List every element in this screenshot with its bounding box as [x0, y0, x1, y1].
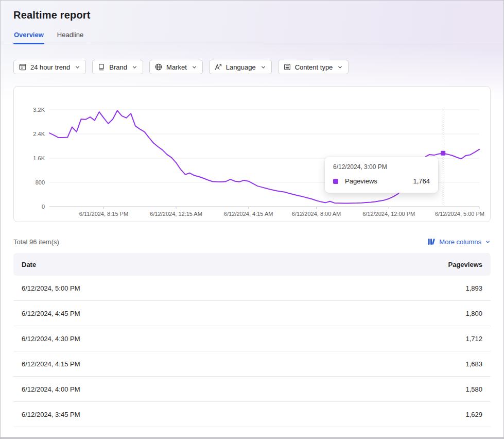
cell-date: 6/12/2024, 4:15 PM [22, 360, 80, 368]
realtime-report-page: Realtime report Overview Headline 24 hou… [0, 0, 504, 439]
tab-overview-label: Overview [14, 31, 44, 39]
filter-content-type[interactable]: Content type [278, 60, 349, 74]
columns-icon [427, 238, 436, 246]
chevron-down-icon [337, 64, 343, 70]
table-row: 6/12/2024, 3:45 PM 1,629 [13, 402, 491, 427]
table-row: 6/12/2024, 4:30 PM 1,712 [13, 326, 491, 351]
cell-date: 6/12/2024, 3:45 PM [22, 411, 80, 418]
y-axis-label: 800 [36, 179, 45, 185]
page-header: Realtime report Overview Headline [1, 1, 503, 44]
filter-24-hour-trend[interactable]: 24 hour trend [13, 60, 86, 74]
total-items-label: Total 96 item(s) [13, 238, 59, 246]
table-row: 6/12/2024, 4:45 PM 1,800 [13, 301, 491, 326]
y-axis-label: 2.4K [33, 131, 45, 137]
calendar-trend-icon [19, 63, 27, 71]
chevron-down-icon [485, 239, 491, 245]
page-title: Realtime report [1, 1, 503, 21]
filter-label: Language [226, 63, 256, 71]
chevron-down-icon [192, 64, 197, 70]
pageviews-table: Date Pageviews 6/12/2024, 5:00 PM 1,893 … [13, 253, 491, 427]
table-row: 6/12/2024, 4:00 PM 1,580 [13, 377, 491, 402]
cell-date: 6/12/2024, 4:00 PM [22, 385, 80, 393]
more-columns-label: More columns [439, 238, 481, 246]
brand-icon [97, 63, 106, 71]
x-axis-label: 6/12/2024, 4:15 AM [224, 211, 273, 217]
x-axis-label: 6/11/2024, 8:15 PM [79, 211, 128, 217]
filter-bar: 24 hour trend Brand Market [13, 60, 491, 74]
tab-headline[interactable]: Headline [57, 28, 84, 44]
trend-chart-svg[interactable]: 08001.6K2.4K3.2K6/11/2024, 8:15 PM6/12/2… [14, 87, 491, 222]
tab-bar: Overview Headline [1, 28, 503, 44]
cell-pageviews: 1,629 [465, 411, 482, 418]
tooltip-series-value: 1,764 [413, 177, 430, 185]
table-row: 6/12/2024, 5:00 PM 1,893 [13, 276, 491, 301]
tab-headline-label: Headline [57, 31, 83, 39]
content-type-icon [283, 63, 291, 71]
chevron-down-icon [75, 64, 80, 70]
more-columns-button[interactable]: More columns [427, 238, 491, 246]
cell-date: 6/12/2024, 4:30 PM [22, 335, 80, 343]
x-axis-label: 6/12/2024, 12:00 PM [362, 211, 415, 217]
x-axis-label: 6/12/2024, 5:00 PM [435, 211, 484, 217]
cell-pageviews: 1,712 [465, 335, 482, 343]
table-header-row: Date Pageviews [13, 253, 491, 276]
filter-brand[interactable]: Brand [92, 60, 143, 74]
tab-overview[interactable]: Overview [13, 28, 44, 44]
tooltip-date: 6/12/2024, 3:00 PM [333, 163, 430, 171]
cell-pageviews: 1,893 [465, 284, 482, 292]
filter-label: Market [166, 63, 187, 71]
chevron-down-icon [132, 64, 137, 70]
x-axis-label: 6/12/2024, 12:15 AM [150, 211, 202, 217]
table-row: 6/12/2024, 4:15 PM 1,683 [13, 351, 491, 377]
cell-date: 6/12/2024, 5:00 PM [22, 284, 80, 292]
cell-pageviews: 1,683 [465, 360, 482, 368]
cell-date: 6/12/2024, 4:45 PM [22, 310, 80, 317]
chart-tooltip: 6/12/2024, 3:00 PM Pageviews 1,764 [325, 157, 438, 193]
filter-label: Content type [295, 63, 333, 71]
tooltip-series-name: Pageviews [345, 177, 377, 185]
y-axis-label: 3.2K [33, 107, 45, 113]
filter-label: Brand [109, 63, 127, 71]
column-header-pageviews: Pageviews [448, 261, 483, 268]
tooltip-series-row: Pageviews 1,764 [333, 177, 430, 185]
y-axis-label: 0 [42, 204, 45, 210]
filter-language[interactable]: Language [209, 60, 272, 74]
window-bottom-edge [1, 437, 503, 438]
pageviews-swatch [333, 179, 338, 184]
cell-pageviews: 1,800 [465, 310, 482, 317]
translate-icon [214, 63, 222, 71]
trend-chart-card: 08001.6K2.4K3.2K6/11/2024, 8:15 PM6/12/2… [13, 86, 491, 222]
column-header-date: Date [22, 261, 36, 268]
hover-marker [441, 151, 445, 156]
cell-pageviews: 1,580 [465, 385, 482, 393]
x-axis-label: 6/12/2024, 8:00 AM [292, 211, 341, 217]
globe-icon [154, 63, 163, 71]
filter-label: 24 hour trend [30, 63, 70, 71]
y-axis-label: 1.6K [33, 155, 45, 161]
table-meta-bar: Total 96 item(s) More columns [13, 238, 491, 246]
filter-market[interactable]: Market [149, 60, 203, 74]
chevron-down-icon [260, 64, 266, 70]
